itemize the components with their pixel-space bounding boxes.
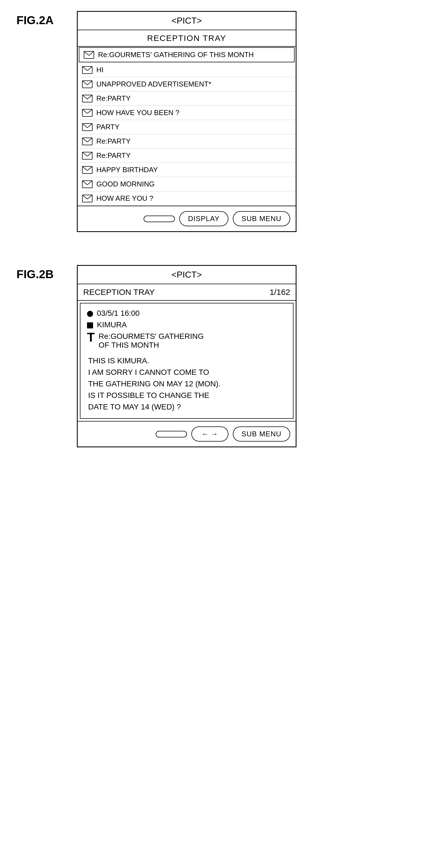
email-envelope-icon <box>82 81 93 88</box>
fig2a-pict-header: <PICT> <box>78 12 296 30</box>
email-item[interactable]: Re:PARTY <box>78 91 296 106</box>
date-row: 03/5/1 16:00 <box>87 309 286 318</box>
svg-line-31 <box>82 195 87 199</box>
fig2b-label: FIG.2B <box>17 265 66 281</box>
body-line: I AM SORRY I CANNOT COME TO <box>88 367 285 378</box>
email-envelope-icon <box>84 51 94 59</box>
svg-line-5 <box>87 66 92 70</box>
email-subject: HOW HAVE YOU BEEN ? <box>96 108 179 117</box>
dot-icon <box>87 311 93 317</box>
email-subject: HI <box>96 66 103 74</box>
fig2a-section: FIG.2A <PICT> RECEPTION TRAY Re:GOURMETS… <box>17 11 425 232</box>
email-subject: PARTY <box>96 123 119 131</box>
email-subject: Re:GOURMETS' GATHERING OF THIS MONTH <box>98 51 254 59</box>
email-envelope-icon <box>82 152 93 159</box>
subject-line2: OF THIS MONTH <box>99 341 204 349</box>
email-subject: GOOD MORNING <box>96 180 155 188</box>
fig2a-label: FIG.2A <box>17 11 66 27</box>
svg-line-16 <box>82 124 87 128</box>
fig2b-arrow-button[interactable]: ← → <box>191 427 228 441</box>
svg-line-25 <box>82 166 87 170</box>
fig2a-button-row: DISPLAY SUB MENU <box>78 206 296 231</box>
body-line: IS IT POSSIBLE TO CHANGE THE <box>88 390 285 401</box>
svg-line-28 <box>82 181 87 185</box>
email-envelope-icon <box>82 66 93 74</box>
fig2a-empty-button[interactable] <box>144 216 175 222</box>
email-item[interactable]: HI <box>78 63 296 77</box>
fig2b-tray-label: RECEPTION TRAY <box>83 287 155 297</box>
square-icon <box>87 322 93 329</box>
svg-line-1 <box>84 51 89 56</box>
email-subject: UNAPPROVED ADVERTISEMENT* <box>96 80 211 88</box>
svg-line-7 <box>82 81 87 85</box>
fig2a-submenu-button[interactable]: SUB MENU <box>233 211 290 226</box>
svg-line-8 <box>87 81 92 85</box>
email-item[interactable]: HAPPY BIRTHDAY <box>78 163 296 177</box>
body-line: DATE TO MAY 14 (WED) ? <box>88 401 285 413</box>
sender-row: KIMURA <box>87 320 286 329</box>
subject-row: T Re:GOURMETS' GATHERING OF THIS MONTH <box>87 332 286 349</box>
email-subject: Re:PARTY <box>96 94 131 103</box>
svg-line-23 <box>87 152 92 156</box>
email-item[interactable]: HOW ARE YOU ? <box>78 191 296 206</box>
body-line: THIS IS KIMURA. <box>88 355 285 367</box>
email-item[interactable]: Re:PARTY <box>78 134 296 149</box>
email-envelope-icon <box>82 109 93 117</box>
email-item[interactable]: Re:GOURMETS' GATHERING OF THIS MONTH <box>79 47 294 62</box>
svg-line-11 <box>87 95 92 99</box>
email-item[interactable]: Re:PARTY <box>78 149 296 163</box>
svg-line-32 <box>87 195 92 199</box>
email-list: Re:GOURMETS' GATHERING OF THIS MONTHHIUN… <box>78 47 296 206</box>
svg-line-19 <box>82 138 87 142</box>
t-icon: T <box>87 331 95 343</box>
fig2a-frame: <PICT> RECEPTION TRAY Re:GOURMETS' GATHE… <box>77 11 296 232</box>
page-container: FIG.2A <PICT> RECEPTION TRAY Re:GOURMETS… <box>17 11 425 447</box>
email-item[interactable]: HOW HAVE YOU BEEN ? <box>78 106 296 120</box>
fig2b-button-row: ← → SUB MENU <box>78 421 296 446</box>
svg-line-4 <box>82 66 87 70</box>
email-envelope-icon <box>82 166 93 174</box>
email-item[interactable]: GOOD MORNING <box>78 177 296 191</box>
body-line: THE GATHERING ON MAY 12 (MON). <box>88 378 285 390</box>
svg-line-2 <box>89 51 94 56</box>
email-envelope-icon <box>82 195 93 203</box>
subject-text: Re:GOURMETS' GATHERING OF THIS MONTH <box>99 332 204 349</box>
subject-line1: Re:GOURMETS' GATHERING <box>99 332 204 341</box>
fig2b-submenu-button[interactable]: SUB MENU <box>233 427 290 441</box>
email-envelope-icon <box>82 123 93 131</box>
message-detail: 03/5/1 16:00 KIMURA T Re:GOURMETS' GATHE… <box>80 303 293 419</box>
email-subject: Re:PARTY <box>96 137 131 146</box>
svg-line-17 <box>87 124 92 128</box>
email-subject: Re:PARTY <box>96 151 131 160</box>
svg-line-10 <box>82 95 87 99</box>
email-envelope-icon <box>82 180 93 188</box>
email-envelope-icon <box>82 95 93 102</box>
message-body: THIS IS KIMURA.I AM SORRY I CANNOT COME … <box>87 355 286 413</box>
svg-line-14 <box>87 109 92 114</box>
email-subject: HOW ARE YOU ? <box>96 194 154 203</box>
fig2b-page-info: 1/162 <box>270 287 290 297</box>
email-envelope-icon <box>82 137 93 145</box>
svg-line-22 <box>82 152 87 156</box>
svg-line-20 <box>87 138 92 142</box>
fig2b-section: FIG.2B <PICT> RECEPTION TRAY 1/162 03/5/… <box>17 265 425 447</box>
fig2b-pict-header: <PICT> <box>78 266 296 284</box>
svg-line-13 <box>82 109 87 114</box>
fig2a-tray-header: RECEPTION TRAY <box>78 30 296 47</box>
svg-line-26 <box>87 166 92 170</box>
fig2a-display-button[interactable]: DISPLAY <box>179 211 228 226</box>
fig2b-tray-header-row: RECEPTION TRAY 1/162 <box>78 284 296 301</box>
message-date: 03/5/1 16:00 <box>97 309 140 318</box>
email-item[interactable]: PARTY <box>78 120 296 134</box>
email-item[interactable]: UNAPPROVED ADVERTISEMENT* <box>78 77 296 91</box>
message-sender: KIMURA <box>97 320 127 329</box>
email-subject: HAPPY BIRTHDAY <box>96 165 158 174</box>
fig2b-empty-button[interactable] <box>156 431 187 437</box>
svg-line-29 <box>87 181 92 185</box>
fig2b-frame: <PICT> RECEPTION TRAY 1/162 03/5/1 16:00… <box>77 265 296 447</box>
